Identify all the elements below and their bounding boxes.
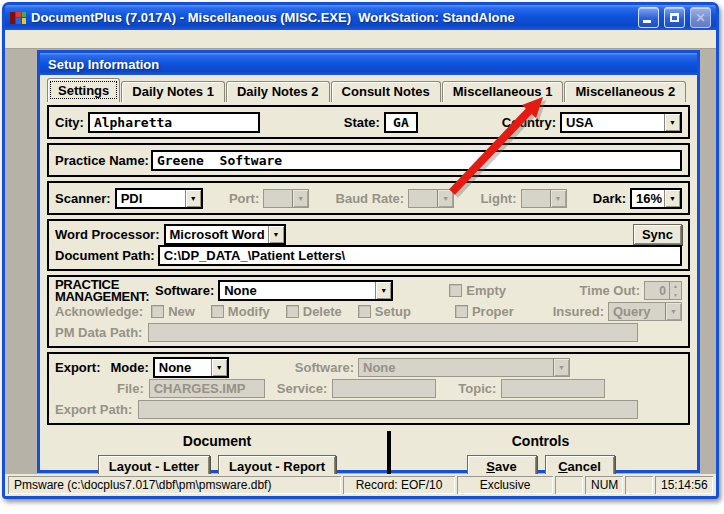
country-value: USA [562,114,664,131]
baud-rate-label: Baud Rate: [336,191,405,206]
export-software-label: Software: [295,360,354,375]
checkbox-icon [286,305,299,318]
empty-checkbox: Empty [449,283,541,298]
delete-checkbox: Delete [286,304,342,319]
checkbox-icon [358,305,371,318]
city-input[interactable]: Alpharetta [88,112,260,133]
dark-select[interactable]: 16% ▼ [630,188,682,209]
export-mode-label: Mode: [111,360,149,375]
pm-software-label: Software: [155,283,214,298]
practice-management-label: PRACTICE MANAGEMENT: [55,279,155,303]
status-ins [625,476,653,494]
baud-rate-select: ▼ [408,189,454,208]
status-mode: Exclusive [457,476,553,494]
sync-button[interactable]: Sync [633,224,682,245]
city-label: City: [55,115,84,130]
window-titlebar: DocumentPlus (7.017A) - Miscellaneous (M… [5,5,716,30]
light-select: ▼ [521,189,567,208]
scanner-select[interactable]: PDI ▼ [115,188,203,209]
chevron-down-icon: ▼ [553,359,569,376]
spinner-arrows-icon: ▲▼ [669,282,681,299]
checkbox-icon [211,305,224,318]
dialog-titlebar: Setup Information [40,53,697,75]
insured-select: Query ▼ [608,302,682,321]
country-select[interactable]: USA ▼ [560,112,682,133]
export-topic-label: Topic: [458,381,496,396]
acknowledge-label: Acknowledge: [55,304,143,319]
pm-data-path-input [148,323,638,342]
window-client-area: Setup Information Settings Daily Notes 1… [5,30,716,496]
checkbox-icon [449,284,462,297]
export-software-select: None ▼ [358,358,570,377]
export-file-label: File: [117,381,144,396]
toolbar-strip [5,30,716,49]
chevron-down-icon: ▼ [211,359,227,376]
tab-miscellaneous-1[interactable]: Miscellaneous 1 [442,81,564,102]
tab-daily-notes-1[interactable]: Daily Notes 1 [121,81,225,102]
state-label: State: [344,115,380,130]
tab-miscellaneous-2[interactable]: Miscellaneous 2 [564,81,686,102]
document-heading: Document [183,433,251,449]
window-title: DocumentPlus (7.017A) - Miscellaneous (M… [31,10,633,25]
export-mode-value: None [155,359,211,376]
close-button: ✕ [690,7,711,28]
chevron-down-icon: ▼ [268,226,284,243]
word-processor-select[interactable]: Microsoft Word ▼ [164,224,286,245]
tab-daily-notes-2[interactable]: Daily Notes 2 [226,81,330,102]
tab-settings[interactable]: Settings [47,78,120,102]
export-label: Export: [55,360,101,375]
timeout-spinner: 0 ▲▼ [644,281,682,300]
tab-consult-notes[interactable]: Consult Notes [331,81,441,102]
chevron-down-icon: ▼ [665,303,681,320]
checkbox-icon [151,305,164,318]
scanner-group: Scanner: PDI ▼ Port: ▼ [47,181,690,215]
scanner-label: Scanner: [55,191,111,206]
status-caps [555,476,583,494]
port-select: ▼ [263,189,309,208]
status-record: Record: EOF/10 [343,476,455,494]
modify-checkbox: Modify [211,304,270,319]
main-window: DocumentPlus (7.017A) - Miscellaneous (M… [2,2,719,499]
practice-name-input[interactable]: Greene Software [151,150,682,171]
export-file-input: CHARGES.IMP [149,379,265,398]
pm-software-value: None [220,282,375,299]
maximize-button[interactable] [664,7,685,28]
chevron-down-icon: ▼ [375,282,391,299]
new-checkbox: New [151,304,195,319]
minimize-button[interactable] [638,7,659,28]
export-path-input [138,400,638,419]
location-group: City: Alpharetta State: GA Country: [47,105,690,139]
tab-strip: Settings Daily Notes 1 Daily Notes 2 Con… [47,78,690,102]
setup-information-dialog: Setup Information Settings Daily Notes 1… [37,50,700,473]
status-numlock: NUM [585,476,623,494]
status-bar: Pmsware (c:\docplus7.017\dbf\pm\pmsware.… [5,474,716,496]
chevron-down-icon: ▼ [550,190,566,207]
dialog-body: Settings Daily Notes 1 Daily Notes 2 Con… [40,75,697,470]
chevron-down-icon: ▼ [664,114,680,131]
chevron-down-icon: ▼ [292,190,308,207]
state-input[interactable]: GA [384,112,418,133]
light-label: Light: [480,191,516,206]
word-processor-value: Microsoft Word [166,226,268,243]
controls-heading: Controls [512,433,570,449]
country-label: Country: [502,115,556,130]
proper-checkbox: Proper [455,304,547,319]
app-icon [10,10,26,26]
chevron-down-icon: ▼ [664,190,680,207]
setup-checkbox: Setup [358,304,411,319]
export-path-label: Export Path: [55,402,132,417]
timeout-label: Time Out: [580,283,640,298]
chevron-down-icon: ▼ [437,190,453,207]
checkbox-icon [455,305,468,318]
export-service-label: Service: [277,381,328,396]
pm-data-path-label: PM Data Path: [55,325,142,340]
practice-name-label: Practice Name: [55,153,149,168]
word-processor-group: Word Processor: Microsoft Word ▼ Sync Do… [47,219,690,271]
pm-software-select[interactable]: None ▼ [218,280,393,301]
word-processor-label: Word Processor: [55,227,160,242]
document-path-input[interactable]: C:\DP_DATA_\Patient Letters\ [158,245,682,266]
export-topic-input [501,379,605,398]
practice-management-group: PRACTICE MANAGEMENT: Software: None ▼ [47,275,690,348]
practice-name-group: Practice Name: Greene Software [47,143,690,177]
export-mode-select[interactable]: None ▼ [153,357,229,378]
